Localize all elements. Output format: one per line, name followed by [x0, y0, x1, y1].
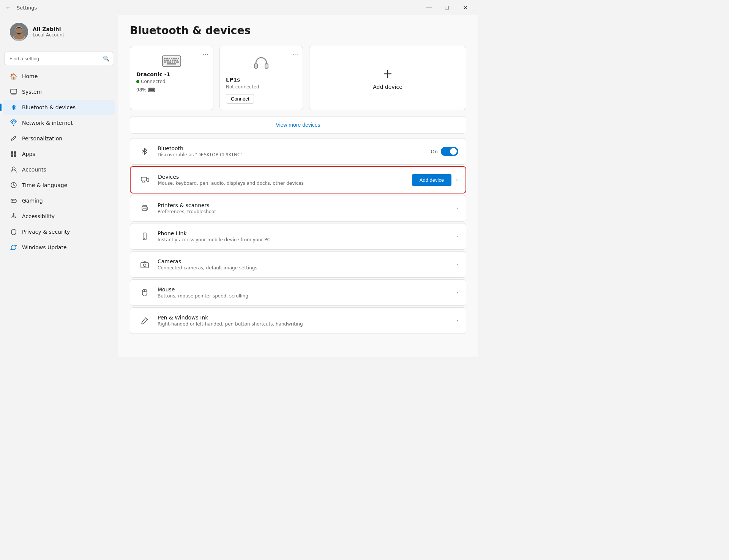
add-device-label: Add device [373, 84, 402, 90]
phonelink-row-icon [138, 230, 151, 243]
svg-rect-40 [176, 61, 179, 63]
mouse-row-subtitle: Buttons, mouse pointer speed, scrolling [158, 293, 456, 299]
sidebar-item-label-network: Network & internet [22, 120, 73, 126]
sidebar-item-network[interactable]: Network & internet [3, 115, 115, 131]
sidebar-item-update[interactable]: Windows Update [3, 240, 115, 255]
sidebar-item-gaming[interactable]: Gaming [3, 193, 115, 208]
user-name: Ali Zabihi [33, 26, 64, 32]
app-title: Settings [17, 5, 37, 11]
settings-row-cameras[interactable]: Cameras Connected cameras, default image… [130, 251, 466, 278]
sidebar-item-system[interactable]: System [3, 84, 115, 99]
svg-rect-44 [254, 64, 257, 68]
user-type: Local Account [33, 32, 64, 38]
chevron-right-pen: › [456, 318, 458, 323]
avatar [10, 23, 28, 41]
svg-rect-29 [164, 60, 166, 61]
sidebar-item-apps[interactable]: Apps [3, 146, 115, 162]
phonelink-row-subtitle: Instantly access your mobile device from… [158, 237, 456, 242]
settings-row-devices[interactable]: Devices Mouse, keyboard, pen, audio, dis… [130, 166, 466, 193]
page-title: Bluetooth & devices [130, 24, 466, 37]
svg-rect-43 [149, 88, 154, 91]
accounts-icon [10, 166, 17, 173]
add-plus-icon: + [383, 66, 393, 81]
bluetooth-row-title: Bluetooth [158, 145, 431, 151]
search-input[interactable] [5, 52, 113, 65]
sidebar-item-label-accessibility: Accessibility [22, 213, 55, 219]
maximize-button[interactable]: □ [438, 2, 456, 14]
svg-rect-34 [177, 60, 178, 61]
svg-rect-41 [167, 63, 176, 64]
svg-rect-37 [169, 61, 171, 63]
sidebar-item-home[interactable]: 🏠 Home [3, 69, 115, 84]
view-more-button[interactable]: View more devices [130, 116, 466, 134]
sidebar-item-privacy[interactable]: Privacy & security [3, 224, 115, 239]
bluetooth-row-icon [138, 145, 151, 158]
titlebar-left: ← Settings [3, 2, 37, 13]
device-name-keyboard: Draconic -1 [136, 71, 207, 77]
svg-rect-31 [170, 60, 171, 61]
svg-rect-24 [169, 58, 170, 59]
svg-rect-30 [166, 60, 169, 61]
settings-row-phonelink[interactable]: Phone Link Instantly access your mobile … [130, 223, 466, 250]
device-status-keyboard: Connected [136, 79, 207, 84]
gaming-icon [10, 197, 17, 204]
add-device-button[interactable]: Add device [412, 174, 451, 186]
user-profile[interactable]: Ali Zabihi Local Account [3, 17, 115, 47]
personalization-icon [10, 135, 17, 142]
svg-rect-25 [171, 58, 172, 59]
add-device-card[interactable]: + Add device [309, 46, 466, 110]
chevron-right-printers: › [456, 206, 458, 211]
device-card-headphones: ··· LP1s Not connected Connect [219, 46, 303, 110]
svg-point-18 [14, 200, 15, 201]
close-button[interactable]: ✕ [456, 2, 474, 14]
chevron-right-cameras: › [456, 262, 458, 267]
sidebar-item-time[interactable]: Time & language [3, 178, 115, 193]
svg-rect-36 [167, 61, 169, 63]
network-icon [10, 119, 17, 127]
sidebar-nav: 🏠 Home System B [0, 68, 118, 255]
keyboard-device-icon [136, 55, 207, 67]
cameras-row-title: Cameras [158, 258, 456, 264]
time-icon [10, 181, 17, 189]
svg-point-50 [146, 208, 147, 208]
sidebar-item-label-bluetooth: Bluetooth & devices [22, 104, 76, 110]
chevron-right-mouse: › [456, 290, 458, 295]
svg-point-8 [13, 125, 14, 126]
device-name-headphones: LP1s [226, 77, 297, 83]
sidebar-item-accounts[interactable]: Accounts [3, 162, 115, 177]
connect-button[interactable]: Connect [226, 94, 254, 104]
svg-point-19 [15, 201, 16, 201]
sidebar-item-label-time: Time & language [22, 182, 67, 188]
mouse-row-title: Mouse [158, 286, 456, 293]
pen-row-subtitle: Right-handed or left-handed, pen button … [158, 321, 456, 327]
chevron-right-devices: › [456, 177, 458, 182]
sidebar-item-personalization[interactable]: Personalization [3, 131, 115, 146]
cameras-row-icon [138, 258, 151, 271]
settings-row-bluetooth[interactable]: Bluetooth Discoverable as "DESKTOP-CL9KT… [130, 138, 466, 165]
card-menu-headphones[interactable]: ··· [292, 51, 298, 58]
sidebar-item-accessibility[interactable]: Accessibility [3, 209, 115, 224]
bluetooth-icon [10, 104, 17, 111]
pen-row-icon [138, 314, 151, 327]
svg-rect-32 [172, 60, 174, 61]
titlebar-controls: — □ ✕ [420, 2, 474, 14]
settings-row-mouse[interactable]: Mouse Buttons, mouse pointer speed, scro… [130, 279, 466, 306]
sidebar-item-label-update: Windows Update [22, 244, 67, 250]
minimize-button[interactable]: — [420, 2, 437, 14]
svg-rect-39 [174, 61, 175, 63]
svg-rect-10 [14, 151, 16, 154]
bluetooth-row-subtitle: Discoverable as "DESKTOP-CL9KTNC" [158, 152, 431, 157]
sidebar-item-bluetooth[interactable]: Bluetooth & devices [3, 100, 115, 115]
settings-row-printers[interactable]: Printers & scanners Preferences, trouble… [130, 195, 466, 222]
svg-rect-11 [11, 154, 13, 157]
svg-rect-22 [164, 58, 166, 59]
app-container: Ali Zabihi Local Account 🔍 🏠 Home [0, 15, 478, 357]
back-button[interactable]: ← [3, 2, 14, 13]
card-menu-keyboard[interactable]: ··· [203, 51, 208, 58]
bluetooth-toggle[interactable] [441, 147, 458, 156]
sidebar-item-label-personalization: Personalization [22, 135, 62, 142]
devices-row-subtitle: Mouse, keyboard, pen, audio, displays an… [158, 181, 412, 186]
connected-dot [136, 80, 139, 83]
settings-row-pen[interactable]: Pen & Windows Ink Right-handed or left-h… [130, 307, 466, 334]
svg-rect-38 [172, 61, 173, 63]
